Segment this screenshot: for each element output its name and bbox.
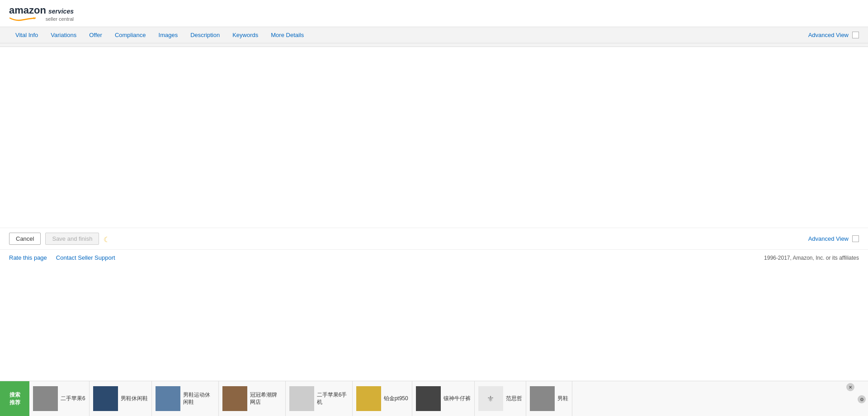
tab-images[interactable]: Images (152, 28, 184, 42)
tab-more-details[interactable]: More Details (264, 28, 310, 42)
main-content (0, 47, 868, 228)
advanced-view-checkbox-nav[interactable] (852, 32, 859, 38)
save-finish-button[interactable]: Save and finish (45, 233, 99, 245)
advanced-view-label-nav[interactable]: Advanced View (808, 32, 849, 38)
tab-description[interactable]: Description (184, 28, 226, 42)
rate-page-link[interactable]: Rate this page (9, 254, 47, 261)
tab-vital-info[interactable]: Vital Info (9, 28, 44, 42)
advanced-view-label-bottom[interactable]: Advanced View (808, 235, 849, 242)
button-area: Cancel Save and finish ☾ Advanced View (0, 228, 868, 249)
advanced-view-checkbox-bottom[interactable] (852, 235, 859, 242)
tab-compliance[interactable]: Compliance (108, 28, 152, 42)
button-left: Cancel Save and finish ☾ (9, 233, 111, 245)
button-right: Advanced View (808, 235, 859, 242)
tab-keywords[interactable]: Keywords (226, 28, 264, 42)
footer-copyright: 1996-2017, Amazon, Inc. or its affiliate… (764, 255, 859, 261)
tab-offer[interactable]: Offer (83, 28, 108, 42)
seller-central-text: seller central (46, 16, 74, 22)
footer-links: Rate this page Contact Seller Support (9, 254, 115, 261)
services-text: services (48, 8, 74, 15)
svg-marker-0 (33, 17, 35, 19)
contact-support-link[interactable]: Contact Seller Support (56, 254, 115, 261)
progress-bar (0, 43, 868, 47)
tab-variations[interactable]: Variations (44, 28, 83, 42)
loading-spinner: ☾ (104, 235, 111, 243)
footer: Rate this page Contact Seller Support 19… (0, 249, 868, 266)
nav-right: Advanced View (808, 32, 859, 38)
amazon-smile-icon (9, 16, 36, 22)
amazon-logo-text: amazon (9, 5, 46, 16)
logo: amazon services seller central (9, 5, 74, 22)
header: amazon services seller central (0, 0, 868, 27)
nav-bar: Vital Info Variations Offer Compliance I… (0, 27, 868, 43)
nav-tabs: Vital Info Variations Offer Compliance I… (9, 28, 310, 42)
cancel-button[interactable]: Cancel (9, 233, 41, 245)
